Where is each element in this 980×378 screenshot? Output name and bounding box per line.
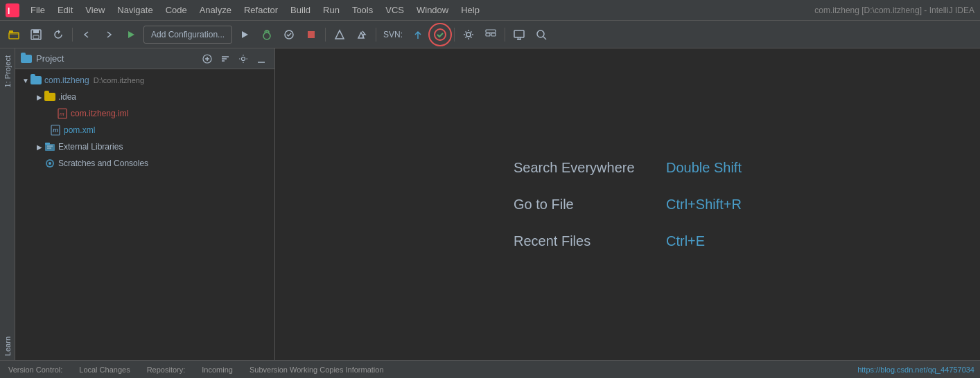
shortcut-keys-file: Ctrl+Shift+R — [666, 197, 742, 213]
svg-point-34 — [49, 162, 51, 165]
coverage-btn[interactable] — [279, 25, 299, 44]
menu-file[interactable]: File — [25, 3, 51, 17]
menu-analyze[interactable]: Analyze — [194, 3, 237, 17]
menu-window[interactable]: Window — [411, 3, 454, 17]
toolbar-separator-3 — [376, 28, 376, 42]
panel-add-btn[interactable] — [200, 51, 215, 66]
svg-rect-5 — [33, 30, 39, 33]
menu-tools[interactable]: Tools — [347, 3, 378, 17]
presentation-mode-btn[interactable] — [509, 25, 529, 44]
svg-point-11 — [435, 29, 446, 40]
status-local-changes[interactable]: Local Changes — [76, 364, 132, 375]
stop-btn[interactable] — [301, 25, 321, 44]
shortcut-row-recent: Recent Files Ctrl+E — [514, 233, 705, 249]
status-repository[interactable]: Repository: — [144, 364, 189, 375]
settings-btn[interactable] — [459, 25, 478, 44]
side-tab-project[interactable]: 1: Project — [2, 51, 13, 91]
svn-commit-btn[interactable] — [430, 25, 450, 44]
project-panel-title: Project — [36, 53, 64, 64]
tree-label-root: com.itzheng — [44, 75, 89, 85]
panel-minimize-btn[interactable] — [254, 51, 269, 66]
tree-arrow-extlibs: ▶ — [35, 142, 44, 152]
tree-label-iml: com.itzheng.iml — [71, 109, 128, 118]
project-folder-icon — [21, 55, 32, 63]
panel-header-actions — [200, 51, 269, 66]
build-project-btn[interactable] — [330, 25, 349, 44]
svg-point-22 — [242, 57, 245, 60]
tree-item-extlibs[interactable]: ▶ External Libraries — [15, 138, 274, 155]
status-incoming[interactable]: Incoming — [199, 364, 236, 375]
shortcut-row-file: Go to File Ctrl+Shift+R — [514, 197, 742, 213]
shortcut-action-file: Go to File — [514, 197, 652, 213]
project-structure-btn[interactable] — [481, 25, 500, 44]
svg-rect-28 — [45, 144, 55, 151]
project-panel: Project ▼ — [15, 48, 275, 360]
shortcut-keys-search: Double Shift — [666, 160, 742, 176]
menu-code[interactable]: Code — [160, 3, 193, 17]
side-tab-learn[interactable]: Learn — [2, 332, 13, 360]
menu-refactor[interactable]: Refactor — [238, 3, 283, 17]
menu-navigate[interactable]: Navigate — [112, 3, 158, 17]
svg-rect-10 — [308, 31, 315, 38]
svg-point-17 — [537, 30, 544, 37]
menu-view[interactable]: View — [80, 3, 110, 17]
menu-bar: File Edit View Navigate Code Analyze Ref… — [25, 3, 814, 17]
tree-arrow-idea: ▶ — [35, 92, 44, 102]
menu-edit[interactable]: Edit — [52, 3, 78, 17]
svg-rect-29 — [45, 143, 50, 145]
svg-rect-2 — [9, 33, 19, 39]
status-svn-info[interactable]: Subversion Working Copies Information — [247, 364, 387, 375]
side-tabs: 1: Project Learn — [0, 48, 15, 360]
debug-btn[interactable] — [257, 25, 277, 44]
search-everywhere-toolbar-btn[interactable] — [532, 25, 551, 44]
menu-vcs[interactable]: VCS — [380, 3, 410, 17]
tree-item-scratches[interactable]: Scratches and Consoles — [15, 155, 274, 172]
menu-build[interactable]: Build — [285, 3, 316, 17]
shortcut-keys-recent: Ctrl+E — [666, 233, 705, 249]
svg-text:m: m — [60, 111, 64, 117]
save-btn[interactable] — [26, 25, 46, 44]
forward-btn[interactable] — [99, 25, 119, 44]
tree-path-root: D:\com.itzheng — [94, 76, 144, 84]
toolbar: Add Configuration... SVN: — [0, 21, 980, 48]
tree-icon-iml: m — [57, 108, 68, 119]
tree-icon-idea — [44, 91, 55, 102]
tree-item-idea[interactable]: ▶ .idea — [15, 89, 274, 105]
menu-run[interactable]: Run — [317, 3, 345, 17]
panel-settings-btn[interactable] — [236, 51, 251, 66]
status-version-control[interactable]: Version Control: — [6, 364, 65, 375]
tree-icon-scratches — [44, 158, 55, 169]
open-file-btn[interactable] — [4, 25, 24, 44]
main-area: 1: Project Learn Project — [0, 48, 980, 360]
shortcut-action-recent: Recent Files — [514, 233, 652, 249]
svg-rect-6 — [33, 35, 39, 39]
rebuild-btn[interactable] — [352, 25, 371, 44]
add-configuration-button[interactable]: Add Configuration... — [143, 26, 232, 44]
tree-item-iml[interactable]: m com.itzheng.iml — [15, 105, 274, 122]
menu-help[interactable]: Help — [455, 3, 485, 17]
shortcut-action-search: Search Everywhere — [514, 160, 652, 176]
tree-label-extlibs: External Libraries — [58, 142, 123, 152]
tree-item-pom[interactable]: m pom.xml — [15, 122, 274, 138]
svg-rect-13 — [486, 30, 496, 33]
editor-area: Search Everywhere Double Shift Go to Fil… — [275, 48, 980, 360]
sync-btn[interactable] — [49, 25, 68, 44]
svn-update-btn[interactable] — [408, 25, 428, 44]
tree-arrow-root: ▼ — [21, 75, 30, 85]
project-tree: ▼ com.itzheng D:\com.itzheng ▶ .idea — [15, 69, 274, 360]
status-url: https://blog.csdn.net/qq_44757034 — [857, 366, 974, 374]
svg-rect-14 — [486, 33, 490, 36]
play-btn[interactable] — [235, 25, 254, 44]
welcome-shortcuts: Search Everywhere Double Shift Go to Fil… — [514, 160, 742, 249]
panel-collapse-btn[interactable] — [218, 51, 233, 66]
back-btn[interactable] — [77, 25, 96, 44]
svg-rect-16 — [514, 30, 524, 37]
svg-rect-15 — [491, 33, 496, 36]
svg-point-12 — [466, 33, 471, 37]
tree-label-pom: pom.xml — [64, 125, 95, 135]
run-config-btn[interactable] — [121, 25, 141, 44]
tree-item-root[interactable]: ▼ com.itzheng D:\com.itzheng — [15, 72, 274, 89]
toolbar-separator-1 — [72, 28, 73, 42]
svg-text:m: m — [53, 127, 58, 134]
status-bar: Version Control: Local Changes Repositor… — [0, 360, 980, 378]
